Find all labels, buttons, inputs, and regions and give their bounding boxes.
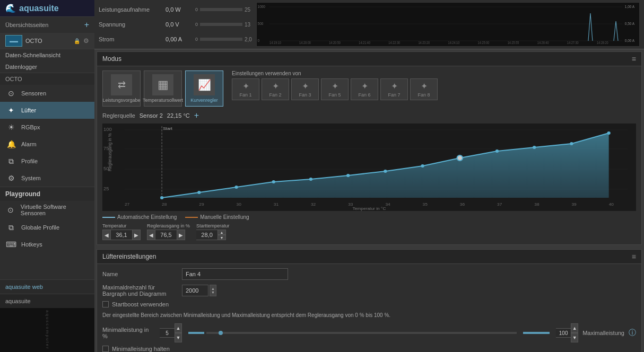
sidebar-item-virtuelle-software-sensoren[interactable]: ⊙ Virtuelle Software Sensoren xyxy=(0,201,94,219)
max-power-increment[interactable]: ▲ xyxy=(571,323,578,333)
fan-card-1[interactable]: ✦ Fan 1 xyxy=(232,78,259,100)
aquasuite-web-link[interactable]: aquasuite web xyxy=(0,280,94,294)
device-icon: ▬▬ xyxy=(5,35,22,47)
fan-card-2[interactable]: ✦ Fan 2 xyxy=(262,78,289,100)
device-row[interactable]: ▬▬ OCTO 🔒 ⚙ xyxy=(0,33,94,49)
fan-card-7[interactable]: ✦ Fan 7 xyxy=(380,78,408,100)
svg-text:100: 100 xyxy=(103,127,112,132)
leistung-value: 0,0 W xyxy=(166,6,192,13)
alarm-label: Alarm xyxy=(21,141,37,147)
svg-point-54 xyxy=(384,170,387,173)
top-stats: Leistungsaufnahme 0,0 W 0 25 Spannung 0,… xyxy=(99,2,252,47)
luefter-panel-body: Name Maximaldrehzahl für Bargraph und Di… xyxy=(97,264,641,352)
sidebar-item-lufster[interactable]: ✦ Lüfter xyxy=(0,102,94,119)
spannung-bar: 0 13 xyxy=(195,22,250,28)
fan-card-3[interactable]: ✦ Fan 3 xyxy=(291,78,319,100)
strom-label: Strom xyxy=(99,36,162,42)
rpm-down-arrow[interactable]: ▼ xyxy=(211,291,215,294)
min-power-increment[interactable]: ▲ xyxy=(175,323,182,333)
modus-menu-icon[interactable]: ≡ xyxy=(632,55,636,63)
sidebar-item-profile[interactable]: ⧉ Profile xyxy=(0,153,94,170)
legend-manual-line xyxy=(185,217,198,218)
svg-text:14:24:10: 14:24:10 xyxy=(448,40,459,45)
lock-icon: 🔒 xyxy=(74,38,80,44)
svg-text:Reglerausgang in %: Reglerausgang in % xyxy=(108,133,112,171)
min-power-decrement[interactable]: ▼ xyxy=(175,333,182,342)
min-power-slider-container xyxy=(186,332,519,334)
sidebar-item-daten-schnellansicht[interactable]: Daten-Schnellansicht xyxy=(0,49,94,61)
fan2-label: Fan 2 xyxy=(269,92,281,98)
aquasuite-link[interactable]: aquasuite xyxy=(0,294,94,308)
legend-row: Automatische Einstellung Manuelle Einste… xyxy=(102,214,636,220)
svg-point-50 xyxy=(234,186,238,189)
rpm-up-arrow[interactable]: ▲ xyxy=(211,287,215,291)
reglerausgang-decrement[interactable]: ◀ xyxy=(147,230,155,240)
curve-chart-svg: 100 75 50 25 Reglerausgang in % 27 28 29… xyxy=(102,124,636,211)
sidebar-item-globale-profile[interactable]: ⧉ Globale Profile xyxy=(0,219,94,236)
device-name-label: OCTO xyxy=(25,38,71,44)
add-source-button[interactable]: + xyxy=(194,111,199,120)
hotkeys-label: Hotkeys xyxy=(21,241,42,248)
reglerausgang-value: 76,5 xyxy=(155,230,177,240)
mode-card-temperatursollwert[interactable]: ▦ Temperatursollwert xyxy=(144,71,182,107)
aquasuite-label: aquasuite xyxy=(5,298,31,304)
fan8-icon: ✦ xyxy=(421,81,428,91)
luefter-rpm-input[interactable] xyxy=(182,285,208,296)
playground-title: Playground xyxy=(0,187,94,201)
sidebar-item-alarm[interactable]: 🔔 Alarm xyxy=(0,136,94,153)
max-power-label: Maximalleistung xyxy=(582,330,624,336)
modus-panel-body: ⇄ Leistungsvorgabe ▦ Temperatursollwert … xyxy=(97,66,641,244)
daten-schnellansicht-label: Daten-Schnellansicht xyxy=(5,52,60,58)
starttemperatur-decrement[interactable]: ▼ xyxy=(217,235,226,240)
strom-value: 0,00 A xyxy=(166,36,192,42)
svg-text:39: 39 xyxy=(571,202,577,207)
info-icon[interactable]: ⓘ xyxy=(629,328,636,338)
luefter-menu-icon[interactable]: ≡ xyxy=(632,252,636,261)
sidebar-item-datenlogger[interactable]: Datenlogger xyxy=(0,61,94,73)
fan2-icon: ✦ xyxy=(272,81,279,91)
temperatur-decrement[interactable]: ◀ xyxy=(102,230,111,240)
spannung-bar-bg xyxy=(200,23,242,26)
starttemperatur-increment[interactable]: ▲ xyxy=(217,230,226,235)
sidebar-item-sensoren[interactable]: ⊙ Sensoren xyxy=(0,85,94,102)
svg-point-57 xyxy=(495,149,499,153)
sidebar-item-rgbpx[interactable]: ☀ RGBpx xyxy=(0,119,94,136)
temperatur-increment[interactable]: ▶ xyxy=(132,230,141,240)
min-power-slider-track[interactable] xyxy=(206,332,517,334)
fan-card-5[interactable]: ✦ Fan 5 xyxy=(321,78,349,100)
main-content: Leistungsaufnahme 0,0 W 0 25 Spannung 0,… xyxy=(94,0,644,352)
svg-text:0,00 A: 0,00 A xyxy=(625,38,634,43)
svg-point-59 xyxy=(570,142,573,145)
svg-point-56 xyxy=(457,155,463,161)
fan5-label: Fan 5 xyxy=(328,92,341,98)
sidebar-item-hotkeys[interactable]: ⌨ Hotkeys xyxy=(0,236,94,253)
mode-card-leistungsvorgabe[interactable]: ⇄ Leistungsvorgabe xyxy=(102,71,141,107)
reglerausgang-increment[interactable]: ▶ xyxy=(177,230,185,240)
mode-card-kurvenregler[interactable]: 📈 Kurvenregler xyxy=(185,71,223,107)
max-power-decrement[interactable]: ▼ xyxy=(571,333,578,342)
curve-chart-container: 100 75 50 25 Reglerausgang in % 27 28 29… xyxy=(102,124,636,211)
lufter-icon: ✦ xyxy=(5,104,17,116)
svg-point-55 xyxy=(421,164,424,168)
fan8-label: Fan 8 xyxy=(417,92,430,98)
sidebar-item-system[interactable]: ⚙ System xyxy=(0,170,94,187)
legend-manual: Manuelle Einstellung xyxy=(185,214,249,220)
svg-text:25: 25 xyxy=(103,186,109,191)
device-settings-icon[interactable]: ⚙ xyxy=(83,37,89,45)
startboost-checkbox[interactable] xyxy=(102,301,109,307)
fan-card-6[interactable]: ✦ Fan 6 xyxy=(351,78,378,100)
add-ubersicht-button[interactable]: + xyxy=(84,20,89,30)
svg-point-60 xyxy=(607,131,611,135)
luefter-rpm-select-wrap: ▲ ▼ xyxy=(182,285,216,296)
min-hold-checkbox[interactable] xyxy=(102,346,109,352)
fan1-icon: ✦ xyxy=(242,81,249,91)
temperatursollwert-icon: ▦ xyxy=(152,74,173,95)
luefter-name-input[interactable] xyxy=(182,268,288,280)
leistung-label: Leistungsaufnahme xyxy=(99,6,162,13)
min-power-slider-thumb[interactable] xyxy=(219,331,223,335)
mode-cards: ⇄ Leistungsvorgabe ▦ Temperatursollwert … xyxy=(102,71,223,107)
svg-text:Temperatur in °C: Temperatur in °C xyxy=(353,206,386,211)
fan-card-8[interactable]: ✦ Fan 8 xyxy=(410,78,438,100)
min-power-label: Minimalleistung in % xyxy=(102,327,155,339)
luefter-rpm-row: Maximaldrehzahl für Bargraph und Diagram… xyxy=(102,284,636,297)
